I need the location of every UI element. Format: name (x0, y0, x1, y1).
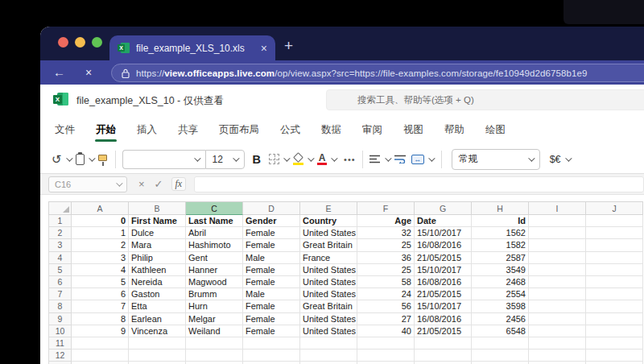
cell-F4[interactable]: 36 (357, 252, 415, 264)
formula-input[interactable] (194, 176, 644, 192)
cell-B4[interactable]: Philip (129, 252, 186, 264)
cell-G9[interactable]: 16/08/2016 (415, 313, 472, 325)
chevron-down-icon[interactable] (428, 155, 435, 161)
wrap-text-button[interactable] (394, 155, 407, 163)
cell-D9[interactable]: Female (243, 313, 300, 325)
cell-E11[interactable] (300, 337, 357, 350)
column-header-E[interactable]: E (300, 201, 357, 215)
cell-D1[interactable]: Gender (243, 215, 300, 227)
column-header-I[interactable]: I (529, 201, 586, 215)
cell-E3[interactable]: Great Britain (300, 239, 357, 251)
cell-A4[interactable]: 3 (72, 252, 129, 264)
name-box[interactable]: C16 (48, 176, 127, 192)
cell-I7[interactable] (529, 288, 586, 300)
tab-home[interactable]: 开始 (93, 118, 118, 142)
column-header-J[interactable]: J (586, 201, 643, 215)
tab-draw[interactable]: 绘图 (483, 118, 508, 142)
row-number-5[interactable]: 5 (48, 264, 72, 276)
cell-E7[interactable]: United States (300, 288, 357, 300)
cell-B11[interactable] (129, 337, 186, 350)
cell-G5[interactable]: 15/10/2017 (415, 264, 472, 276)
chevron-down-icon[interactable] (565, 155, 572, 161)
column-header-A[interactable]: A (72, 201, 129, 215)
cell-J2[interactable] (586, 227, 643, 239)
address-bar[interactable]: https://view.officeapps.live.com/op/view… (111, 64, 644, 82)
cell-D10[interactable]: Female (243, 325, 300, 337)
cell-A7[interactable]: 6 (72, 288, 129, 300)
cell-A2[interactable]: 1 (72, 227, 129, 239)
cell-B12[interactable] (129, 350, 186, 362)
cell-F6[interactable]: 58 (357, 276, 415, 288)
cell-F9[interactable]: 27 (357, 313, 415, 325)
cell-J9[interactable] (586, 313, 643, 325)
cell-C5[interactable]: Hanner (186, 264, 243, 276)
row-number-7[interactable]: 7 (48, 288, 72, 300)
column-header-G[interactable]: G (415, 201, 472, 215)
cell-E1[interactable]: Country (300, 215, 357, 227)
cell-I9[interactable] (529, 313, 586, 325)
chevron-down-icon[interactable] (331, 155, 337, 161)
number-format-select[interactable]: 常规 (452, 149, 540, 170)
row-number-11[interactable]: 11 (48, 337, 72, 350)
cell-G4[interactable]: 21/05/2015 (415, 252, 472, 264)
cell-I1[interactable] (529, 215, 586, 227)
column-header-D[interactable]: D (243, 201, 300, 215)
cell-I5[interactable] (529, 264, 586, 276)
new-tab-button[interactable]: + (284, 38, 293, 53)
cell-A12[interactable] (72, 350, 129, 362)
cell-G8[interactable]: 15/10/2017 (415, 300, 472, 312)
cell-G12[interactable] (415, 350, 472, 362)
tab-view[interactable]: 视图 (401, 118, 426, 142)
cell-I8[interactable] (529, 300, 586, 312)
cell-E5[interactable]: United States (300, 264, 357, 276)
cell-J6[interactable] (586, 276, 643, 288)
cell-C6[interactable]: Magwood (186, 276, 243, 288)
cell-A10[interactable]: 9 (72, 325, 129, 337)
paste-button[interactable] (76, 154, 93, 165)
cell-B1[interactable]: First Name (129, 215, 186, 227)
select-all-button[interactable] (48, 201, 72, 215)
tab-close-icon[interactable]: × (261, 43, 267, 54)
borders-button[interactable] (269, 154, 288, 164)
cell-C10[interactable]: Weiland (186, 325, 243, 337)
cell-D5[interactable]: Female (243, 264, 300, 276)
cell-D12[interactable] (243, 350, 300, 362)
insert-function-button[interactable]: fx (171, 177, 187, 191)
cell-C11[interactable] (186, 337, 243, 350)
cell-C9[interactable]: Melgar (186, 313, 243, 325)
undo-button[interactable]: ↺ (52, 153, 71, 166)
cell-A1[interactable]: 0 (72, 215, 129, 227)
cell-E8[interactable]: Great Britain (300, 300, 357, 312)
cell-D4[interactable]: Male (243, 252, 300, 264)
cell-E4[interactable]: France (300, 252, 357, 264)
cell-H11[interactable] (472, 337, 529, 350)
cancel-icon[interactable]: × (138, 178, 145, 190)
cell-F11[interactable] (357, 337, 415, 350)
cell-A3[interactable]: 2 (72, 239, 129, 251)
cell-B9[interactable]: Earlean (129, 313, 186, 325)
cell-B3[interactable]: Mara (129, 239, 186, 251)
cell-H6[interactable]: 2468 (472, 276, 529, 288)
tab-formulas[interactable]: 公式 (278, 118, 303, 142)
column-header-C[interactable]: C (186, 201, 243, 215)
bold-button[interactable]: B (253, 153, 261, 166)
font-color-button[interactable]: A (317, 153, 336, 165)
cell-H3[interactable]: 1582 (472, 239, 529, 251)
cell-B6[interactable]: Nereida (129, 276, 186, 288)
column-header-F[interactable]: F (357, 201, 415, 215)
cell-F7[interactable]: 24 (357, 288, 415, 300)
alignment-button[interactable] (369, 155, 390, 163)
merge-cells-button[interactable]: ↔ (411, 155, 433, 164)
cell-J7[interactable] (586, 288, 643, 300)
cell-H5[interactable]: 3549 (472, 264, 529, 276)
row-number-12[interactable]: 12 (48, 350, 72, 362)
cell-G6[interactable]: 16/08/2016 (415, 276, 472, 288)
cell-H7[interactable]: 2554 (472, 288, 529, 300)
confirm-icon[interactable]: ✓ (155, 178, 163, 190)
cell-D2[interactable]: Female (243, 227, 300, 239)
row-number-1[interactable]: 1 (48, 215, 72, 227)
cell-F2[interactable]: 32 (357, 227, 415, 239)
cell-C1[interactable]: Last Name (186, 215, 243, 227)
tab-page-layout[interactable]: 页面布局 (217, 118, 262, 142)
tab-help[interactable]: 帮助 (442, 118, 467, 142)
